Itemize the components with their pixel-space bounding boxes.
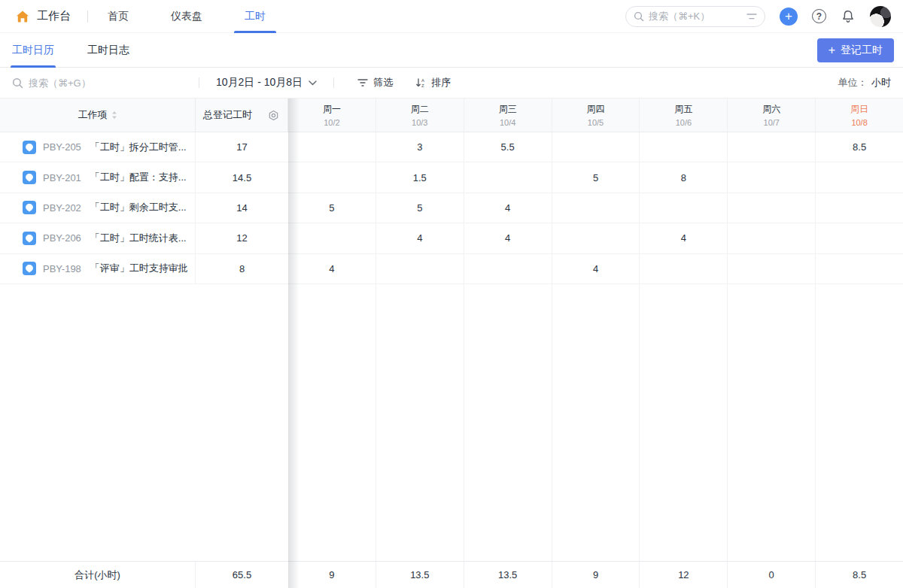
weekday-label: 周日 <box>850 103 868 116</box>
empty-day-column <box>728 284 816 561</box>
question-icon: ? <box>816 11 822 22</box>
worklog-cell[interactable] <box>728 162 816 192</box>
notification-bell-icon[interactable] <box>841 9 856 24</box>
worklog-grid: 工作项 总登记工时 周一10/2周二10/3周三10/4周四10/5周五10/6… <box>0 99 903 588</box>
worklog-cell[interactable]: 4 <box>376 223 464 253</box>
global-search[interactable] <box>625 6 765 27</box>
footer-day-total: 12 <box>640 562 728 588</box>
topnav-item-2[interactable]: 工时 <box>245 0 266 33</box>
worklog-cell[interactable]: 4 <box>288 254 376 283</box>
worklog-cell[interactable]: 5 <box>288 193 376 223</box>
table-row: PBY-198「评审」工时支持审批844 <box>0 254 903 284</box>
worklog-cell[interactable]: 8.5 <box>816 132 903 162</box>
date-label: 10/3 <box>412 118 427 127</box>
worklog-cell[interactable] <box>552 223 640 253</box>
work-item-cell[interactable]: PBY-202「工时」剩余工时支... <box>0 193 196 223</box>
worklog-cell[interactable] <box>552 193 640 223</box>
filter-button[interactable]: 筛选 <box>357 76 393 89</box>
footer-day-total: 9 <box>552 562 640 588</box>
table-search-input[interactable] <box>29 77 157 89</box>
topbar: 工作台 首页仪表盘工时 + ? <box>0 0 903 33</box>
worklog-cell[interactable] <box>816 162 903 192</box>
row-total-hours: 14.5 <box>196 162 288 192</box>
table-search[interactable] <box>12 77 187 89</box>
worklog-cell[interactable]: 8 <box>640 162 728 192</box>
worklog-cell[interactable]: 5 <box>376 193 464 223</box>
global-search-input[interactable] <box>649 11 742 22</box>
date-label: 10/7 <box>764 118 780 127</box>
register-worklog-button[interactable]: + 登记工时 <box>817 38 894 62</box>
day-header: 周日10/8 <box>816 99 903 132</box>
worklog-cell[interactable]: 4 <box>640 223 728 253</box>
topbar-right: + ? <box>625 6 891 27</box>
grid-empty-area <box>0 284 903 561</box>
unit-label: 单位： <box>838 77 867 88</box>
worklog-cell[interactable] <box>288 162 376 192</box>
worklog-cell[interactable] <box>816 223 903 253</box>
worklog-cell[interactable] <box>816 193 903 223</box>
worklog-cell[interactable]: 4 <box>552 254 640 283</box>
create-button[interactable]: + <box>780 8 798 26</box>
table-row: PBY-205「工时」拆分工时管...1735.58.5 <box>0 132 903 162</box>
work-item-title: 「工时」剩余工时支... <box>90 201 187 214</box>
worklog-cell[interactable] <box>288 223 376 253</box>
worklog-cell[interactable] <box>728 254 816 283</box>
worklog-cell[interactable] <box>464 254 552 283</box>
table-row: PBY-206「工时」工时统计表...12444 <box>0 223 903 253</box>
weekday-label: 周二 <box>411 103 429 116</box>
worklog-cell[interactable] <box>816 254 903 283</box>
sort-carets-icon <box>111 111 117 120</box>
worklog-cell[interactable] <box>288 132 376 162</box>
date-label: 10/6 <box>676 118 692 127</box>
worklog-cell[interactable] <box>728 132 816 162</box>
column-settings-button[interactable] <box>260 99 288 132</box>
worklog-cell[interactable]: 3 <box>376 132 464 162</box>
toolbar-divider <box>199 77 199 88</box>
footer-day-totals: 913.513.591208.5 <box>288 562 903 588</box>
worklog-cell[interactable] <box>728 223 816 253</box>
help-button[interactable]: ? <box>812 9 826 23</box>
worklog-cell[interactable]: 4 <box>464 223 552 253</box>
topnav-item-1[interactable]: 仪表盘 <box>171 0 202 33</box>
work-item-id: PBY-201 <box>43 172 81 183</box>
topnav-item-0[interactable]: 首页 <box>108 0 129 33</box>
work-item-cell[interactable]: PBY-198「评审」工时支持审批 <box>0 254 196 283</box>
footer-total-label: 合计(小时) <box>0 562 196 588</box>
grid-footer-row: 合计(小时) 65.5 913.513.591208.5 <box>0 561 903 588</box>
worklog-cell[interactable] <box>552 132 640 162</box>
empty-day-column <box>376 284 464 561</box>
work-item-cell[interactable]: PBY-201「工时」配置：支持... <box>0 162 196 192</box>
nav-divider <box>87 11 88 23</box>
footer-day-total: 13.5 <box>464 562 552 588</box>
worklog-cell[interactable] <box>464 162 552 192</box>
search-icon <box>634 11 644 22</box>
empty-day-column <box>816 284 903 561</box>
workspace-brand[interactable]: 工作台 <box>15 9 71 24</box>
work-item-cell[interactable]: PBY-205「工时」拆分工时管... <box>0 132 196 162</box>
plus-icon: + <box>829 44 835 56</box>
user-avatar[interactable] <box>870 6 891 27</box>
row-day-cells: 44 <box>288 254 903 283</box>
tab-0[interactable]: 工时日历 <box>12 33 54 68</box>
date-label: 10/5 <box>588 118 604 127</box>
worklog-cell[interactable] <box>640 254 728 283</box>
unit-indicator: 单位： 小时 <box>838 76 891 89</box>
worklog-cell[interactable]: 5 <box>552 162 640 192</box>
work-item-cell[interactable]: PBY-206「工时」工时统计表... <box>0 223 196 253</box>
tab-1[interactable]: 工时日志 <box>87 33 129 68</box>
sort-button[interactable]: AZ 排序 <box>415 76 451 89</box>
search-filter-icon[interactable] <box>746 12 757 21</box>
svg-text:Z: Z <box>421 83 424 88</box>
row-day-cells: 444 <box>288 223 903 253</box>
worklog-cell[interactable] <box>640 132 728 162</box>
worklog-cell[interactable] <box>728 193 816 223</box>
worklog-cell[interactable] <box>376 254 464 283</box>
column-header-item[interactable]: 工作项 <box>0 99 196 132</box>
worklog-cell[interactable]: 1.5 <box>376 162 464 192</box>
worklog-cell[interactable]: 5.5 <box>464 132 552 162</box>
row-total-hours: 17 <box>196 132 288 162</box>
worklog-cell[interactable] <box>640 193 728 223</box>
worklog-cell[interactable]: 4 <box>464 193 552 223</box>
date-label: 10/2 <box>324 118 339 127</box>
date-range-picker[interactable]: 10月2日 - 10月8日 <box>211 76 321 89</box>
